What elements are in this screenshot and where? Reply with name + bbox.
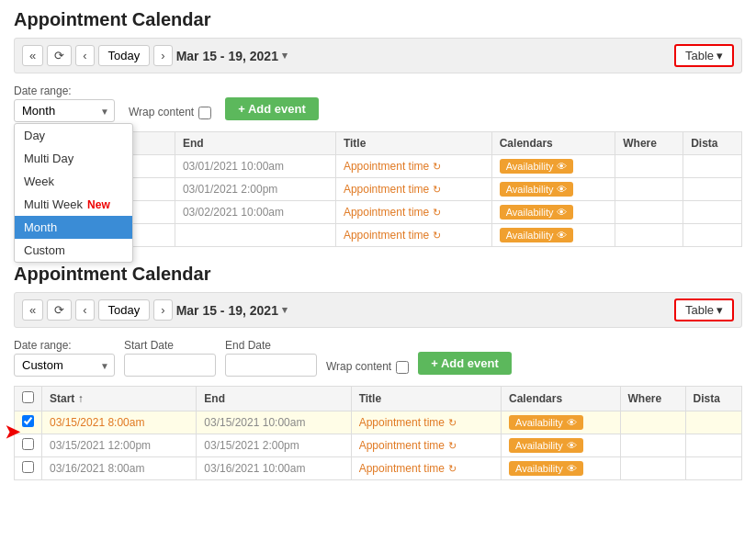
top-add-event-control: + Add event bbox=[225, 97, 319, 120]
top-col-where: Where bbox=[615, 132, 683, 155]
bottom-table-row: 03/15/2021 12:00pm 03/15/2021 2:00pm App… bbox=[15, 434, 742, 457]
top-row-title[interactable]: Appointment time ↻ bbox=[335, 201, 491, 224]
bottom-row-calendars: Availability 👁 bbox=[502, 411, 620, 434]
refresh-icon: ↻ bbox=[448, 440, 457, 452]
eye-icon: 👁 bbox=[567, 417, 577, 428]
bottom-date-display[interactable]: Mar 15 - 19, 2021 ▾ bbox=[176, 303, 288, 318]
bottom-nav-back-double-btn[interactable]: « bbox=[22, 299, 43, 321]
bottom-wrap-content-label: Wrap content bbox=[326, 360, 391, 373]
top-dropdown-multiday-label: Multi Day bbox=[24, 152, 73, 165]
top-dropdown-multiweek[interactable]: Multi Week New bbox=[15, 193, 132, 216]
bottom-table-btn-label: Table bbox=[685, 303, 714, 317]
top-row-end: 03/01/2021 2:00pm bbox=[175, 178, 335, 201]
eye-icon: 👁 bbox=[557, 230, 567, 241]
top-wrap-content-label: Wrap content bbox=[129, 106, 194, 118]
bottom-select-all-checkbox[interactable] bbox=[22, 391, 34, 403]
bottom-start-date-input[interactable]: 03/15/2021 bbox=[124, 354, 216, 377]
top-date-display[interactable]: Mar 15 - 19, 2021 ▾ bbox=[176, 49, 288, 63]
refresh-icon: ↻ bbox=[433, 184, 441, 196]
bottom-row-start: 03/15/2021 12:00pm bbox=[42, 434, 197, 457]
top-dropdown-multiweek-label: Multi Week bbox=[24, 197, 83, 211]
refresh-icon: ↻ bbox=[433, 207, 441, 219]
top-dropdown-week[interactable]: Week bbox=[15, 170, 132, 193]
bottom-row-checkbox[interactable] bbox=[22, 438, 34, 450]
top-today-btn[interactable]: Today bbox=[98, 45, 151, 66]
bottom-wrap-content-checkbox[interactable] bbox=[396, 361, 409, 374]
refresh-icon: ↻ bbox=[433, 230, 441, 242]
top-nav-back-double-btn[interactable]: « bbox=[22, 45, 43, 66]
availability-badge: Availability 👁 bbox=[500, 228, 574, 242]
bottom-row-checkbox-cell bbox=[15, 457, 42, 480]
bottom-toolbar-right: Table ▾ bbox=[674, 299, 734, 321]
top-table-btn[interactable]: Table ▾ bbox=[674, 44, 734, 67]
bottom-row-checkbox[interactable] bbox=[22, 461, 34, 473]
bottom-table-header-row: Start ↑ End Title Calendars Where Dista bbox=[15, 387, 742, 411]
top-row-dista bbox=[683, 201, 742, 224]
bottom-nav-back-btn[interactable]: ‹ bbox=[75, 299, 94, 321]
top-row-title[interactable]: Appointment time ↻ bbox=[335, 178, 491, 201]
bottom-date-range-label: Date range: bbox=[14, 339, 115, 352]
bottom-controls-row: Date range: Custom Start Date 03/15/2021… bbox=[14, 335, 742, 380]
bottom-section: Appointment Calendar « ⟳ ‹ Today › Mar 1… bbox=[14, 264, 742, 480]
top-table-chevron-icon: ▾ bbox=[717, 49, 723, 62]
top-date-range-select[interactable]: Month bbox=[14, 99, 115, 122]
top-toolbar-right: Table ▾ bbox=[674, 44, 734, 67]
top-date-range-label: Date range: bbox=[14, 84, 115, 97]
page-container: Appointment Calendar « ⟳ ‹ Today › Mar 1… bbox=[0, 0, 756, 490]
top-nav-forward-btn[interactable]: › bbox=[153, 45, 172, 66]
bottom-row-dista bbox=[685, 411, 741, 434]
bottom-wrap-content-control: Wrap content bbox=[326, 360, 409, 375]
top-dropdown-custom-label: Custom bbox=[24, 243, 65, 257]
top-dropdown-day-label: Day bbox=[24, 129, 45, 142]
availability-badge: Availability 👁 bbox=[509, 438, 583, 453]
bottom-add-event-btn[interactable]: + Add event bbox=[418, 352, 512, 375]
bottom-calendar-table: Start ↑ End Title Calendars Where Dista … bbox=[14, 386, 742, 480]
bottom-date-range-select[interactable]: Custom bbox=[14, 354, 115, 377]
top-row-dista bbox=[683, 178, 742, 201]
bottom-col-where: Where bbox=[620, 387, 685, 411]
bottom-end-date-input[interactable]: 03/19/2021 bbox=[225, 354, 317, 377]
top-col-title: Title bbox=[335, 132, 491, 155]
top-row-where bbox=[615, 224, 683, 247]
bottom-nav-refresh-btn[interactable]: ⟳ bbox=[47, 299, 72, 321]
bottom-row-title[interactable]: Appointment time ↻ bbox=[351, 411, 501, 434]
bottom-row-title[interactable]: Appointment time ↻ bbox=[351, 457, 501, 480]
bottom-table-btn[interactable]: Table ▾ bbox=[674, 299, 734, 321]
top-row-where bbox=[615, 155, 683, 178]
top-dropdown-day[interactable]: Day bbox=[15, 124, 132, 147]
bottom-row-where bbox=[620, 457, 685, 480]
bottom-row-dista bbox=[685, 457, 741, 480]
top-row-title[interactable]: Appointment time ↻ bbox=[335, 224, 491, 247]
refresh-icon: ↻ bbox=[433, 161, 441, 173]
top-row-title[interactable]: Appointment time ↻ bbox=[335, 155, 491, 178]
bottom-today-btn[interactable]: Today bbox=[98, 299, 151, 321]
top-wrap-content-checkbox[interactable] bbox=[198, 107, 211, 119]
bottom-row-dista bbox=[685, 434, 741, 457]
bottom-col-title: Title bbox=[351, 387, 501, 411]
bottom-col-dista: Dista bbox=[685, 387, 741, 411]
top-dropdown-multiday[interactable]: Multi Day bbox=[15, 147, 132, 170]
eye-icon: 👁 bbox=[567, 463, 577, 474]
bottom-row-end: 03/15/2021 2:00pm bbox=[197, 434, 351, 457]
top-nav-back-btn[interactable]: ‹ bbox=[75, 45, 94, 66]
top-row-calendars: Availability 👁 bbox=[491, 155, 615, 178]
top-add-event-btn[interactable]: + Add event bbox=[225, 97, 319, 120]
top-dropdown-custom[interactable]: Custom bbox=[15, 239, 132, 262]
bottom-row-calendars: Availability 👁 bbox=[502, 457, 620, 480]
bottom-row-start: 03/15/2021 8:00am bbox=[42, 411, 197, 434]
bottom-add-event-control: + Add event bbox=[418, 352, 512, 375]
availability-badge: Availability 👁 bbox=[509, 415, 583, 430]
top-row-where bbox=[615, 178, 683, 201]
bottom-row-title[interactable]: Appointment time ↻ bbox=[351, 434, 501, 457]
bottom-row-checkbox[interactable] bbox=[22, 415, 34, 427]
top-dropdown-month[interactable]: Month bbox=[15, 216, 132, 239]
refresh-icon: ↻ bbox=[448, 463, 457, 475]
bottom-nav-forward-btn[interactable]: › bbox=[153, 299, 172, 321]
top-controls-row: Date range: Month Day Multi Day bbox=[14, 81, 742, 126]
bottom-date-range-control: Date range: Custom bbox=[14, 339, 115, 377]
top-date-range-control: Date range: Month Day Multi Day bbox=[14, 84, 115, 122]
bottom-col-start: Start ↑ bbox=[42, 387, 197, 411]
top-nav-refresh-btn[interactable]: ⟳ bbox=[47, 45, 72, 66]
top-section: Appointment Calendar « ⟳ ‹ Today › Mar 1… bbox=[14, 9, 742, 247]
bottom-row-end: 03/15/2021 10:00am bbox=[197, 411, 351, 434]
